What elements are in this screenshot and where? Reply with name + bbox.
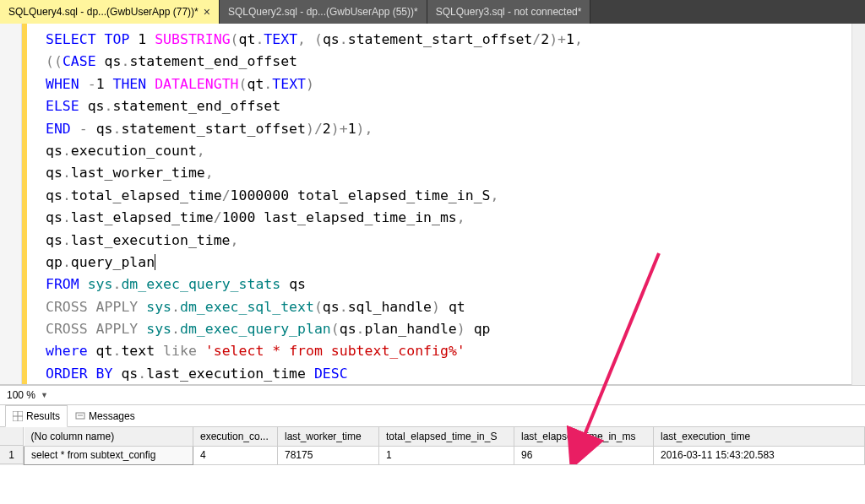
message-icon (75, 411, 85, 421)
col-header[interactable]: last_worker_time (278, 427, 379, 446)
row-number-gutter: 1 (0, 427, 24, 465)
tab-query4[interactable]: SQLQuery4.sql - dp...(GwbUserApp (77))* … (0, 0, 220, 24)
row-number[interactable]: 1 (0, 446, 23, 464)
col-header[interactable]: total_elapsed_time_in_S (379, 427, 514, 446)
close-icon[interactable]: × (204, 6, 210, 18)
results-grid[interactable]: 1 (No column name) execution_co... last_… (0, 427, 865, 465)
vertical-scrollbar[interactable] (851, 24, 865, 385)
chevron-down-icon[interactable]: ▼ (41, 391, 48, 399)
sql-editor[interactable]: SELECT TOP 1 SUBSTRING(qt.TEXT, (qs.stat… (0, 24, 865, 385)
col-header[interactable]: last_execution_time (654, 427, 865, 446)
grid-icon (13, 411, 23, 421)
messages-tab-label: Messages (89, 410, 135, 422)
tab-bar: SQLQuery4.sql - dp...(GwbUserApp (77))* … (0, 0, 865, 24)
cell[interactable]: 96 (514, 446, 654, 464)
row-header-blank (0, 427, 23, 446)
tab-messages[interactable]: Messages (68, 405, 143, 426)
cell[interactable]: 2016-03-11 15:43:20.583 (654, 446, 865, 464)
results-table[interactable]: (No column name) execution_co... last_wo… (24, 427, 865, 465)
results-tab-label: Results (26, 410, 60, 422)
col-header[interactable]: last_elapsed_time_in_ms (514, 427, 654, 446)
tab-label: SQLQuery3.sql - not connected* (436, 6, 582, 18)
cell[interactable]: 4 (193, 446, 278, 464)
zoom-control[interactable]: 100 % ▼ (0, 385, 865, 405)
table-header-row: (No column name) execution_co... last_wo… (24, 427, 865, 446)
col-header[interactable]: (No column name) (24, 427, 193, 446)
results-panel-tabs: Results Messages (0, 405, 865, 427)
zoom-value: 100 % (7, 389, 35, 401)
tab-results[interactable]: Results (5, 405, 68, 427)
table-row[interactable]: select * from subtext_config 4 78175 1 9… (24, 446, 865, 464)
tab-label: SQLQuery2.sql - dp...(GwbUserApp (55))* (228, 6, 418, 18)
col-header[interactable]: execution_co... (193, 427, 278, 446)
code-area[interactable]: SELECT TOP 1 SUBSTRING(qt.TEXT, (qs.stat… (27, 24, 865, 384)
cell[interactable]: select * from subtext_config (24, 446, 193, 464)
cell[interactable]: 1 (379, 446, 514, 464)
editor-gutter (0, 24, 22, 384)
tab-query3[interactable]: SQLQuery3.sql - not connected* (427, 0, 591, 24)
tab-query2[interactable]: SQLQuery2.sql - dp...(GwbUserApp (55))* (220, 0, 427, 24)
tab-label: SQLQuery4.sql - dp...(GwbUserApp (77))* (8, 6, 199, 18)
cell[interactable]: 78175 (278, 446, 379, 464)
